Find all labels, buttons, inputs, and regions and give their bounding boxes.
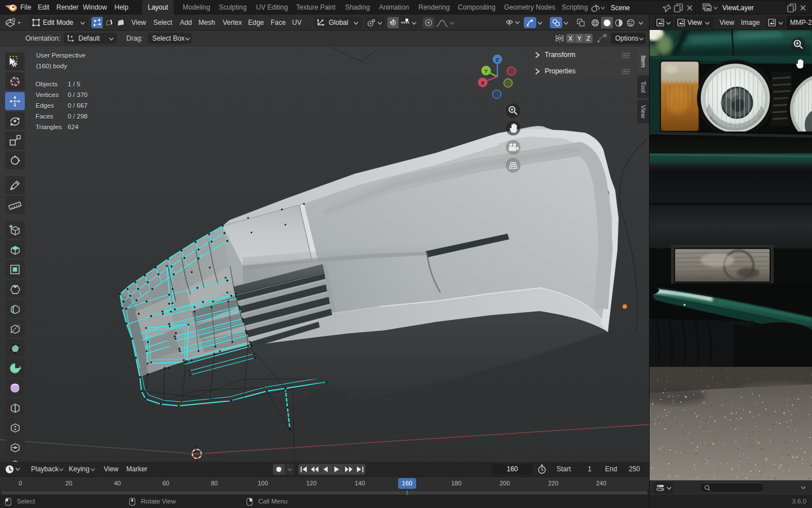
svg-text:X: X xyxy=(481,80,485,86)
svg-text:Y: Y xyxy=(484,68,488,74)
svg-text:Z: Z xyxy=(496,56,499,63)
